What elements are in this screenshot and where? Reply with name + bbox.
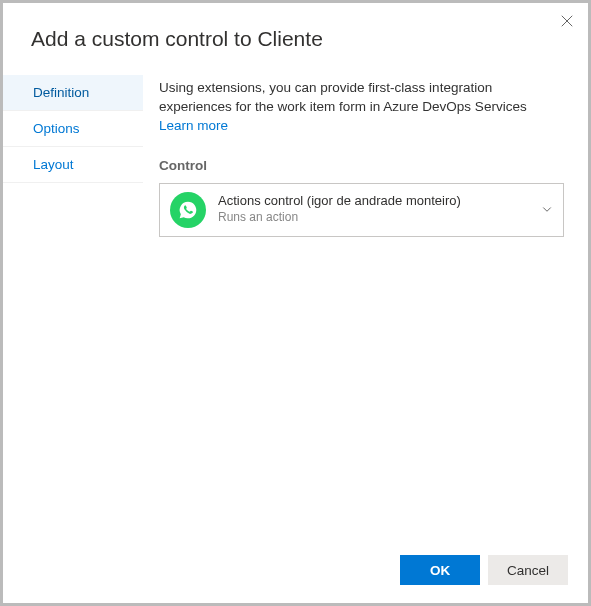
ok-button[interactable]: OK — [400, 555, 480, 585]
learn-more-link[interactable]: Learn more — [159, 118, 228, 133]
close-icon — [561, 13, 573, 31]
description-text: Using extensions, you can provide first-… — [159, 80, 527, 114]
dialog-header: Add a custom control to Cliente — [3, 3, 588, 67]
whatsapp-icon — [170, 192, 206, 228]
description: Using extensions, you can provide first-… — [159, 79, 564, 136]
cancel-button[interactable]: Cancel — [488, 555, 568, 585]
chevron-down-icon — [541, 201, 553, 219]
sidebar-item-definition[interactable]: Definition — [3, 75, 143, 111]
sidebar-item-options[interactable]: Options — [3, 111, 143, 147]
sidebar: Definition Options Layout — [3, 67, 143, 541]
control-dropdown[interactable]: Actions control (igor de andrade monteir… — [159, 183, 564, 237]
dialog-title: Add a custom control to Cliente — [31, 27, 560, 51]
main-panel: Using extensions, you can provide first-… — [143, 67, 588, 541]
sidebar-item-label: Options — [33, 121, 80, 136]
close-button[interactable] — [556, 11, 578, 33]
sidebar-item-label: Layout — [33, 157, 74, 172]
control-text: Actions control (igor de andrade monteir… — [218, 193, 529, 225]
dialog-body: Definition Options Layout Using extensio… — [3, 67, 588, 541]
control-subtitle: Runs an action — [218, 210, 529, 226]
dialog-footer: OK Cancel — [3, 541, 588, 603]
control-title: Actions control (igor de andrade monteir… — [218, 193, 529, 210]
sidebar-item-label: Definition — [33, 85, 89, 100]
sidebar-item-layout[interactable]: Layout — [3, 147, 143, 183]
control-section-label: Control — [159, 158, 564, 173]
dialog: Add a custom control to Cliente Definiti… — [3, 3, 588, 603]
